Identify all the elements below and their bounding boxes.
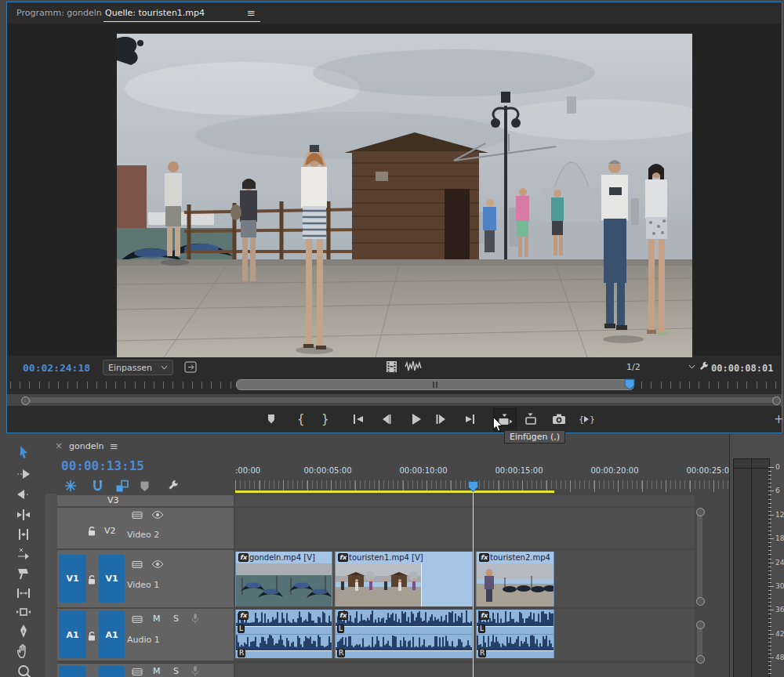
voiceover-record-button-a1[interactable] [191,613,200,625]
source-patch-v1[interactable]: V1 [59,555,86,603]
track-target-a2[interactable] [99,666,125,677]
source-hscrollbar-thumb[interactable] [24,397,779,403]
track-output-toggle-v2[interactable] [151,510,164,520]
step-back-button[interactable] [376,408,397,430]
scrollbar-handle-left[interactable] [21,396,30,405]
track-target-v1[interactable]: V1 [99,555,125,603]
sync-lock-toggle-v2[interactable] [132,510,143,520]
mark-out-button[interactable]: } [314,408,336,430]
source-current-timecode[interactable]: 00:02:24:18 [23,362,90,374]
track-content-v3[interactable] [235,495,695,506]
snap-toggle[interactable] [90,479,104,493]
audio-clip[interactable]: fxLR [235,610,332,658]
linked-selection-toggle[interactable] [114,479,129,493]
audio-clip[interactable]: fxLR [335,610,473,658]
vscroll-handle[interactable] [696,621,705,629]
zoom-bar-grip[interactable] [433,382,434,388]
drag-video-only-button[interactable] [383,360,399,374]
playback-resolution-dropdown[interactable]: 1/2 [609,360,695,374]
timeline-current-timecode[interactable]: 00:00:13:15 [61,458,144,473]
pen-tool[interactable] [15,623,32,640]
video-clip[interactable]: fxtouristen2.mp4 [476,552,554,606]
overwrite-button[interactable] [520,408,542,430]
source-patch-a2[interactable] [59,666,86,677]
loop-button[interactable]: {} [575,408,597,430]
playback-settings-button[interactable] [183,360,198,374]
monitor-settings-button[interactable] [695,359,711,375]
timeline-playhead-handle[interactable] [467,480,479,493]
track-content-v2[interactable] [235,508,695,548]
step-forward-button[interactable] [430,408,452,430]
meter-tick [768,559,771,559]
go-to-in-button[interactable] [347,408,369,430]
timeline-tab[interactable]: gondeln [69,441,103,451]
timeline-close-icon[interactable]: × [55,440,63,451]
razor-tool[interactable] [15,565,32,582]
rate-stretch-tool[interactable] [15,545,32,563]
hand-tool[interactable] [15,643,32,660]
button-editor-plus-button[interactable]: + [774,412,784,426]
video-clip[interactable]: fxtouristen1.mp4 [V] [335,552,473,606]
timeline-settings-button[interactable] [165,478,180,494]
svg-text:{: { [579,415,584,425]
track-select-backward-tool[interactable] [15,486,32,503]
tab-source-monitor[interactable]: Quelle: touristen1.mp4 [105,8,205,18]
vscroll-handle[interactable] [696,597,705,606]
source-zoom-bar[interactable] [236,379,634,390]
track-label-v3[interactable]: V3 [107,495,119,505]
scrollbar-handle-right[interactable] [772,396,781,405]
go-to-out-button[interactable] [459,408,481,430]
track-target-a1[interactable]: A1 [99,611,125,658]
meter-tick [768,594,771,595]
meter-tick [768,610,774,610]
meter-tick [768,657,774,658]
track-content-a2[interactable] [235,664,695,677]
play-button[interactable] [405,408,426,430]
track-lock-toggle-v2[interactable] [87,526,96,537]
video-vscroll-thumb[interactable] [697,511,702,600]
nest-sequence-toggle[interactable] [64,479,78,493]
vscroll-handle[interactable] [696,655,705,664]
source-patch-a1[interactable]: A1 [59,611,86,658]
track-lock-toggle-v1[interactable] [87,574,96,585]
solo-button-a1[interactable]: S [173,614,179,624]
sync-lock-toggle-v1[interactable] [132,559,143,570]
slip-tool[interactable] [15,585,32,602]
zoom-level-dropdown[interactable]: Einpassen [103,360,173,375]
sync-lock-toggle-a2[interactable] [132,667,143,677]
add-marker-button[interactable] [137,479,151,493]
mute-button-a2[interactable]: M [153,666,161,676]
vscroll-handle[interactable] [696,508,705,516]
step-forward-icon [430,409,451,429]
zoom-tool[interactable] [15,663,32,677]
drag-audio-only-button[interactable] [404,360,423,374]
export-frame-button[interactable] [548,408,570,430]
meter-db-label: 42 [775,630,784,638]
add-marker-button[interactable] [260,408,282,430]
solo-button-a2[interactable]: S [173,666,179,676]
mute-button-a1[interactable]: M [153,614,161,624]
video-preview[interactable] [117,34,692,357]
rolling-edit-tool[interactable] [15,526,32,543]
timeline-ruler[interactable]: :00:0000:00:05:0000:00:10:0000:00:15:000… [235,466,732,478]
timeline-vscrollbar[interactable] [695,494,705,677]
track-select-forward-tool[interactable] [15,465,32,483]
zoom-bar-grip[interactable] [436,382,437,388]
selection-tool[interactable] [15,444,32,462]
source-playhead[interactable] [624,378,635,390]
source-hscrollbar[interactable] [7,394,782,406]
timeline-panel-menu-icon[interactable]: ≡ [110,440,118,452]
tab-program-monitor[interactable]: Programm: gondeln [16,8,102,18]
voiceover-record-button-a2[interactable] [191,665,200,677]
audio-clip[interactable]: fxLR [476,610,554,658]
source-panel-menu-icon[interactable]: ≡ [247,7,256,19]
ripple-edit-tool[interactable] [15,506,32,523]
track-label-v2[interactable]: V2 [104,526,116,536]
video-clip[interactable]: fxgondeln.mp4 [V] [235,552,332,606]
slide-tool[interactable] [15,603,32,621]
sync-lock-toggle-a1[interactable] [132,614,143,625]
track-lock-toggle-a1[interactable] [87,631,96,642]
track-output-toggle-v1[interactable] [151,559,164,569]
mark-in-button[interactable]: { [289,408,311,430]
meter-db-label: 12 [775,511,784,519]
